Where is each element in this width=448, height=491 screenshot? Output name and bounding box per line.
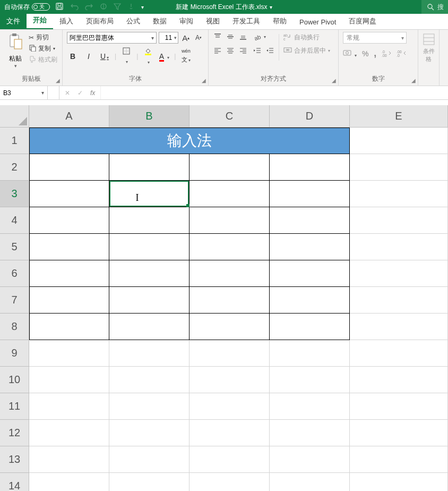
cell-E1[interactable] — [350, 128, 448, 154]
row-header-7[interactable]: 7 — [0, 287, 29, 314]
align-left-icon[interactable] — [213, 46, 222, 55]
cell-B10[interactable] — [109, 367, 189, 393]
toggle-switch[interactable]: 关 — [32, 3, 50, 11]
row-header-4[interactable]: 4 — [0, 207, 29, 234]
align-center-icon[interactable] — [226, 46, 235, 55]
cell-E5[interactable] — [350, 234, 448, 260]
redo-icon[interactable] — [85, 3, 93, 12]
filter-icon[interactable] — [114, 3, 121, 12]
data-cell[interactable] — [270, 234, 350, 260]
data-cell[interactable] — [109, 154, 189, 181]
tab-baidu[interactable]: 百度网盘 — [342, 13, 383, 29]
tab-insert[interactable]: 插入 — [53, 13, 80, 29]
tab-help[interactable]: 帮助 — [266, 13, 293, 29]
cut-button[interactable]: ✂ 剪切 — [29, 33, 57, 42]
touch-mode-icon[interactable] — [127, 3, 135, 12]
data-cell[interactable] — [189, 154, 270, 181]
alignment-dialog-icon[interactable]: ◢ — [332, 78, 336, 83]
enter-icon[interactable]: ✓ — [77, 89, 83, 97]
cell-E7[interactable] — [350, 287, 448, 314]
data-cell[interactable] — [109, 234, 189, 260]
row-header-1[interactable]: 1 — [0, 128, 29, 154]
data-cell[interactable] — [189, 314, 270, 340]
cell-C12[interactable] — [189, 420, 270, 446]
data-cell[interactable] — [109, 287, 189, 314]
cell-D12[interactable] — [270, 420, 350, 446]
underline-button[interactable]: U — [99, 52, 110, 61]
data-cell[interactable] — [270, 181, 350, 207]
format-painter-button[interactable]: 格式刷 — [29, 55, 57, 64]
row-header-5[interactable]: 5 — [0, 234, 29, 260]
row-header-8[interactable]: 8 — [0, 314, 29, 340]
tab-home[interactable]: 开始 — [27, 12, 53, 29]
cell-D13[interactable] — [270, 446, 350, 473]
data-cell[interactable] — [270, 260, 350, 287]
data-cell[interactable] — [29, 181, 109, 207]
tab-review[interactable]: 审阅 — [173, 13, 200, 29]
formula-input[interactable] — [101, 86, 448, 99]
font-name-select[interactable]: 阿里巴巴普惠体 — [67, 32, 157, 44]
phonetic-button[interactable]: wén文 — [180, 48, 192, 64]
data-cell[interactable] — [189, 207, 270, 234]
data-cell[interactable] — [29, 207, 109, 234]
select-all-corner[interactable] — [0, 105, 29, 128]
cell-D11[interactable] — [270, 393, 350, 420]
row-header-3[interactable]: 3 — [0, 181, 29, 207]
fill-color-button[interactable] — [142, 47, 154, 65]
row-header-14[interactable]: 14 — [0, 473, 29, 491]
fx-icon[interactable]: fx — [90, 89, 95, 97]
data-cell[interactable] — [270, 314, 350, 340]
cell-B9[interactable] — [109, 340, 189, 367]
italic-button[interactable]: I — [83, 52, 94, 61]
cell-C11[interactable] — [189, 393, 270, 420]
orientation-icon[interactable]: ab — [252, 32, 268, 41]
increase-font-icon[interactable]: A▴ — [180, 32, 191, 43]
undo-icon[interactable] — [70, 3, 79, 12]
autosave-toggle[interactable]: 自动保存 关 — [0, 3, 50, 12]
data-cell[interactable] — [109, 314, 189, 340]
align-top-icon[interactable] — [213, 32, 222, 41]
tab-power-pivot[interactable]: Power Pivot — [293, 15, 342, 29]
column-header-A[interactable]: A — [29, 105, 109, 128]
row-header-13[interactable]: 13 — [0, 446, 29, 473]
data-cell[interactable] — [29, 154, 109, 181]
data-cell[interactable] — [270, 207, 350, 234]
cell-E13[interactable] — [350, 446, 448, 473]
bold-button[interactable]: B — [67, 52, 79, 61]
data-cell[interactable] — [189, 234, 270, 260]
cell-E4[interactable] — [350, 207, 448, 234]
cell-D9[interactable] — [270, 340, 350, 367]
wrap-text-button[interactable]: abc 自动换行 — [283, 33, 330, 42]
decrease-indent-icon[interactable] — [252, 46, 262, 55]
cell-A9[interactable] — [29, 340, 109, 367]
row-header-12[interactable]: 12 — [0, 420, 29, 446]
tab-view[interactable]: 视图 — [200, 13, 226, 29]
cell-E10[interactable] — [350, 367, 448, 393]
column-header-E[interactable]: E — [350, 105, 448, 128]
decrease-decimal-button[interactable]: .00.0 — [397, 49, 406, 58]
tab-developer[interactable]: 开发工具 — [226, 13, 266, 29]
font-dialog-icon[interactable]: ◢ — [202, 78, 206, 83]
cell-A12[interactable] — [29, 420, 109, 446]
row-header-11[interactable]: 11 — [0, 393, 29, 420]
data-cell[interactable] — [189, 260, 270, 287]
search-box[interactable]: 搜 — [421, 0, 448, 14]
cell-B12[interactable] — [109, 420, 189, 446]
borders-button[interactable] — [120, 47, 132, 65]
data-cell[interactable] — [29, 314, 109, 340]
merge-center-button[interactable]: 合并后居中 ▾ — [283, 46, 330, 55]
qat-icon-4[interactable] — [100, 3, 107, 12]
cancel-icon[interactable]: ✕ — [65, 89, 70, 97]
tab-file[interactable]: 文件 — [0, 13, 27, 29]
cell-C9[interactable] — [189, 340, 270, 367]
qat-customize-icon[interactable]: ▾ — [141, 4, 144, 10]
cell-B13[interactable] — [109, 446, 189, 473]
paste-button[interactable]: 粘贴 ▾ — [4, 32, 27, 69]
data-cell[interactable] — [109, 181, 189, 207]
cell-B14[interactable] — [109, 473, 189, 491]
cell-E11[interactable] — [350, 393, 448, 420]
row-header-9[interactable]: 9 — [0, 340, 29, 367]
row-header-6[interactable]: 6 — [0, 260, 29, 287]
cell-C14[interactable] — [189, 473, 270, 491]
cell-E3[interactable] — [350, 181, 448, 207]
